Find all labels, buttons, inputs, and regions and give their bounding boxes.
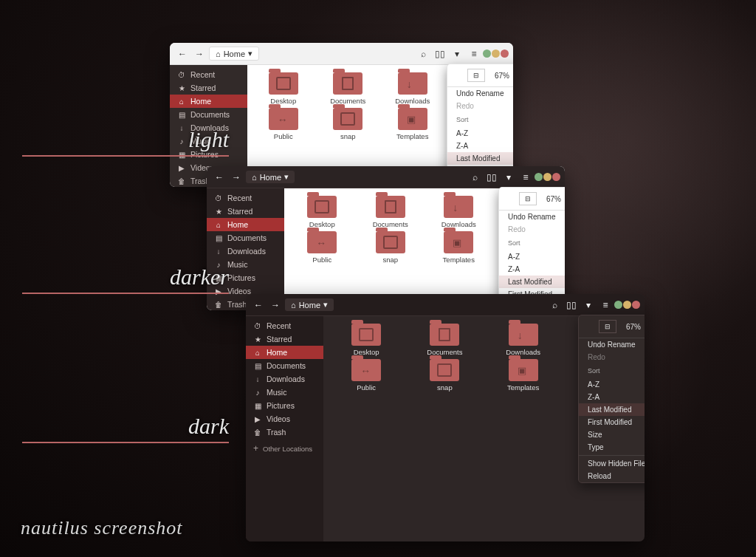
sidebar-item-music[interactable]: ♪Music [246, 386, 323, 399]
location-breadcrumb[interactable]: ⌂ Home ▾ [246, 171, 295, 183]
menu-sort-za[interactable]: Z-A [579, 391, 645, 403]
folder-desktop[interactable]: Desktop [252, 72, 315, 105]
folder-public[interactable]: Public [252, 108, 315, 140]
sidebar-item-documents[interactable]: ▤Documents [207, 231, 284, 245]
menu-sort-az[interactable]: A-Z [447, 127, 513, 140]
sidebar-item-videos[interactable]: ▶Videos [246, 412, 323, 426]
folder-public[interactable]: Public [328, 359, 405, 392]
folder-label: snap [340, 132, 356, 140]
sidebar-item-recent[interactable]: ⏱Recent [207, 191, 284, 205]
sidebar-item-home[interactable]: ⌂Home [246, 346, 323, 359]
search-button[interactable]: ⌕ [415, 46, 431, 62]
menu-sort-first-modified[interactable]: First Modified [579, 416, 645, 428]
sidebar-item-starred[interactable]: ★Starred [170, 81, 247, 95]
menu-sort-size[interactable]: Size [579, 428, 645, 441]
folder-icon [307, 196, 337, 218]
view-dropdown-button[interactable]: ▾ [580, 297, 597, 313]
sidebar-item-recent[interactable]: ⏱Recent [170, 68, 247, 81]
view-dropdown-button[interactable]: ▾ [501, 169, 517, 185]
chevron-down-icon: ▾ [248, 49, 252, 58]
menu-reload[interactable]: Reload [579, 470, 645, 482]
folder-desktop[interactable]: Desktop [289, 196, 356, 228]
menu-sort-az[interactable]: A-Z [499, 250, 565, 263]
documents-icon: ▤ [253, 362, 262, 370]
hamburger-menu-button[interactable]: ≡ [466, 46, 482, 62]
menu-undo-rename[interactable]: Undo Rename [447, 87, 513, 100]
sidebar-item-pictures[interactable]: ▦Pictures [246, 399, 323, 412]
window-maximize-button[interactable] [623, 301, 631, 309]
sidebar-item-documents[interactable]: ▤Documents [170, 108, 247, 121]
window-close-button[interactable] [501, 49, 509, 58]
folder-downloads[interactable]: Downloads [381, 72, 444, 105]
back-button[interactable]: ← [211, 169, 227, 185]
folder-icon [269, 108, 298, 130]
menu-sort-az[interactable]: A-Z [579, 378, 645, 391]
view-dropdown-button[interactable]: ▾ [449, 46, 465, 62]
sidebar-item-other-locations[interactable]: +Other Locations [246, 439, 323, 456]
menu-sort-last-modified[interactable]: Last Modified [499, 276, 565, 288]
view-mode-button[interactable]: ▯▯ [484, 169, 500, 185]
window-close-button[interactable] [552, 173, 560, 181]
window-minimize-button[interactable] [614, 301, 622, 309]
folder-snap[interactable]: snap [357, 231, 425, 264]
window-close-button[interactable] [632, 301, 640, 309]
zoom-out-button[interactable]: ⊟ [467, 69, 485, 82]
sidebar-item-recent[interactable]: ⏱Recent [246, 319, 323, 332]
sidebar-item-home[interactable]: ⌂Home [207, 218, 284, 231]
location-breadcrumb[interactable]: ⌂ Home ▾ [285, 298, 334, 311]
folder-desktop[interactable]: Desktop [328, 324, 405, 356]
menu-sort-type[interactable]: Type [579, 441, 645, 454]
folder-downloads[interactable]: Downloads [425, 196, 492, 228]
sidebar-item-starred[interactable]: ★Starred [207, 205, 284, 218]
view-mode-button[interactable]: ▯▯ [432, 46, 448, 62]
sidebar-item-label: Trash [267, 428, 286, 437]
forward-button[interactable]: → [191, 46, 207, 62]
view-mode-button[interactable]: ▯▯ [563, 297, 580, 313]
menu-show-hidden[interactable]: Show Hidden Files [579, 457, 645, 470]
folder-documents[interactable]: Documents [317, 72, 380, 105]
window-minimize-button[interactable] [535, 173, 543, 181]
folder-snap[interactable]: snap [406, 359, 483, 392]
folder-templates[interactable]: Templates [381, 108, 444, 140]
menu-undo-rename[interactable]: Undo Rename [579, 338, 645, 351]
folder-public[interactable]: Public [289, 231, 356, 264]
menu-sort-last-modified[interactable]: Last Modified [447, 152, 513, 165]
sidebar-item-documents[interactable]: ▤Documents [246, 359, 323, 372]
menu-label: A-Z [588, 380, 599, 389]
folder-snap[interactable]: snap [317, 108, 380, 140]
folder-icon [509, 359, 538, 381]
sidebar-item-downloads[interactable]: ↓Downloads [246, 372, 323, 386]
hamburger-menu-button[interactable]: ≡ [518, 169, 534, 185]
zoom-out-button[interactable]: ⊟ [519, 192, 537, 205]
folder-templates[interactable]: Templates [425, 231, 492, 264]
window-maximize-button[interactable] [492, 49, 500, 58]
folder-templates[interactable]: Templates [485, 359, 562, 392]
pictures-icon: ▦ [253, 402, 262, 410]
hamburger-menu-button[interactable]: ≡ [597, 297, 614, 313]
location-breadcrumb[interactable]: ⌂ Home ▾ [209, 47, 259, 61]
sidebar-item-home[interactable]: ⌂Home [170, 95, 247, 108]
forward-button[interactable]: → [228, 169, 244, 185]
search-button[interactable]: ⌕ [467, 169, 483, 185]
sidebar-item-downloads[interactable]: ↓Downloads [207, 245, 284, 258]
forward-button[interactable]: → [267, 297, 284, 313]
menu-sort-last-modified[interactable]: Last Modified [579, 403, 645, 416]
back-button[interactable]: ← [174, 46, 190, 62]
folder-icon [398, 108, 427, 130]
sidebar-item-starred[interactable]: ★Starred [246, 332, 323, 346]
sidebar-item-trash[interactable]: 🗑Trash [246, 426, 323, 439]
menu-sort-za[interactable]: Z-A [447, 140, 513, 152]
folder-documents[interactable]: Documents [406, 324, 483, 356]
zoom-out-button[interactable]: ⊟ [599, 320, 616, 333]
sidebar-item-label: Starred [227, 207, 252, 216]
menu-sort-za[interactable]: Z-A [499, 263, 565, 276]
menu-undo-rename[interactable]: Undo Rename [499, 211, 565, 223]
folder-downloads[interactable]: Downloads [485, 324, 562, 356]
nautilus-window-dark: ← → ⌂ Home ▾ ⌕ ▯▯ ▾ ≡ ⏱Recent ★Starred ⌂… [246, 294, 645, 541]
sidebar-item-label: Downloads [227, 247, 266, 256]
folder-documents[interactable]: Documents [357, 196, 425, 228]
window-maximize-button[interactable] [543, 173, 551, 181]
back-button[interactable]: ← [250, 297, 267, 313]
search-button[interactable]: ⌕ [546, 297, 563, 313]
window-minimize-button[interactable] [483, 49, 491, 58]
